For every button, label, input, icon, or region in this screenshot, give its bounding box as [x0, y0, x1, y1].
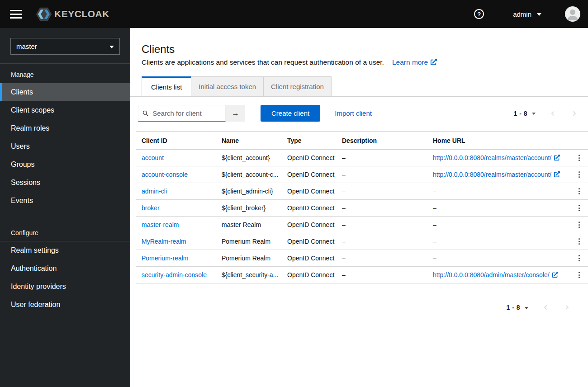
previous-page-button[interactable]: [550, 110, 556, 117]
keycloak-logo-icon: [35, 7, 52, 22]
sidebar-item-realm-roles[interactable]: Realm roles: [0, 119, 130, 137]
kebab-menu-button[interactable]: [575, 152, 583, 164]
tab-bar: Clients list Initial access token Client…: [130, 76, 588, 97]
tab-clients-list[interactable]: Clients list: [142, 76, 191, 96]
client-home-url: –: [427, 217, 570, 233]
table-row: master-realm master Realm OpenID Connect…: [136, 217, 588, 233]
next-page-button[interactable]: [564, 304, 570, 311]
help-button[interactable]: ?: [471, 9, 487, 19]
sidebar-item-authentication[interactable]: Authentication: [0, 260, 130, 278]
sidebar-item-users[interactable]: Users: [0, 137, 130, 156]
client-description: –: [337, 267, 427, 283]
client-id-link[interactable]: security-admin-console: [142, 271, 207, 278]
sidebar-item-realm-settings[interactable]: Realm settings: [0, 241, 130, 260]
chevron-down-icon: [109, 46, 114, 48]
configure-nav-list: Realm settings Authentication Identity p…: [0, 241, 130, 314]
client-id-link[interactable]: Pomerium-realm: [142, 255, 188, 262]
previous-page-button[interactable]: [543, 304, 549, 311]
avatar[interactable]: [565, 6, 580, 22]
search-input[interactable]: [152, 109, 221, 118]
page-description: Clients are applications and services th…: [142, 58, 577, 66]
sidebar-item-user-federation[interactable]: User federation: [0, 296, 130, 314]
search-icon: [142, 110, 148, 117]
client-type: OpenID Connect: [282, 150, 337, 166]
client-id-link[interactable]: account: [142, 154, 164, 161]
kebab-menu-button[interactable]: [575, 219, 583, 231]
client-name: ${client_security-a...: [216, 267, 282, 283]
sidebar-item-sessions[interactable]: Sessions: [0, 174, 130, 192]
kebab-menu-button[interactable]: [575, 269, 583, 281]
realm-selector-dropdown[interactable]: master: [10, 38, 120, 55]
tab-initial-access-token[interactable]: Initial access token: [191, 76, 264, 96]
client-type: OpenID Connect: [282, 267, 337, 283]
brand-text: KEYCLOAK: [54, 9, 109, 19]
client-description: –: [337, 150, 427, 166]
keycloak-logo[interactable]: KEYCLOAK: [35, 7, 109, 22]
menu-toggle-button[interactable]: [10, 7, 22, 21]
import-client-link[interactable]: Import client: [335, 109, 372, 117]
sidebar-item-events[interactable]: Events: [0, 192, 130, 210]
masthead-right: ? admin: [471, 6, 580, 22]
search-group: →: [138, 105, 245, 122]
home-url-link[interactable]: http://0.0.0.0:8080/realms/master/accoun…: [433, 171, 560, 178]
client-id-link[interactable]: MyRealm-realm: [142, 238, 186, 245]
pagination-options-toggle[interactable]: [532, 113, 536, 115]
sidebar-item-groups[interactable]: Groups: [0, 156, 130, 174]
chevron-left-icon: [543, 304, 549, 311]
realm-name: master: [16, 42, 37, 50]
main-content: Clients Clients are applications and ser…: [130, 28, 588, 387]
client-name: Pomerium Realm: [216, 250, 282, 267]
kebab-menu-button[interactable]: [575, 236, 583, 247]
search-submit-button[interactable]: →: [226, 105, 245, 122]
client-description: –: [337, 166, 427, 183]
search-box: [138, 105, 226, 122]
nav-section-manage: Manage: [0, 64, 130, 83]
username-label: admin: [513, 10, 531, 18]
kebab-menu-button[interactable]: [575, 252, 583, 264]
column-client-id: Client ID: [136, 132, 216, 150]
kebab-menu-button[interactable]: [575, 169, 583, 180]
client-home-url: –: [427, 250, 570, 267]
client-type: OpenID Connect: [282, 183, 337, 200]
sidebar-item-identity-providers[interactable]: Identity providers: [0, 278, 130, 296]
chevron-left-icon: [550, 110, 556, 117]
pagination-bottom-wrapper: 1 - 8: [130, 304, 588, 311]
tab-spacer: [130, 76, 142, 96]
pagination-options-toggle[interactable]: [525, 307, 528, 309]
pagination-bottom: 1 - 8: [506, 304, 570, 311]
next-page-button[interactable]: [571, 110, 577, 117]
client-description: –: [337, 183, 427, 200]
client-type: OpenID Connect: [282, 200, 337, 217]
home-url-link[interactable]: http://0.0.0.0:8080/realms/master/accoun…: [433, 154, 560, 161]
create-client-button[interactable]: Create client: [261, 105, 320, 122]
user-menu-dropdown[interactable]: admin: [510, 10, 544, 19]
kebab-menu-button[interactable]: [575, 202, 583, 214]
client-description: –: [337, 250, 427, 267]
home-url-link[interactable]: http://0.0.0.0:8080/admin/master/console…: [433, 271, 558, 278]
column-actions: [570, 132, 588, 150]
client-id-link[interactable]: account-console: [142, 171, 188, 178]
sidebar-item-clients[interactable]: Clients: [0, 83, 130, 101]
chevron-right-icon: [564, 304, 570, 311]
external-link-icon: [431, 59, 437, 65]
client-type: OpenID Connect: [282, 233, 337, 250]
pagination-top: 1 - 8: [513, 110, 581, 117]
table-header-row: Client ID Name Type Description Home URL: [136, 132, 588, 150]
column-type: Type: [282, 132, 337, 150]
column-name: Name: [216, 132, 282, 150]
client-id-link[interactable]: broker: [142, 204, 160, 212]
client-name: ${client_account}: [216, 150, 282, 166]
client-description: –: [337, 200, 427, 217]
page-header: Clients Clients are applications and ser…: [130, 28, 588, 66]
client-name: ${client_account-c...: [216, 166, 282, 183]
table-row: account-console ${client_account-c... Op…: [136, 166, 588, 183]
tab-client-registration[interactable]: Client registration: [264, 76, 332, 96]
kebab-menu-button[interactable]: [575, 185, 583, 197]
client-id-link[interactable]: admin-cli: [142, 188, 167, 195]
column-description: Description: [337, 132, 427, 150]
sidebar-item-client-scopes[interactable]: Client scopes: [0, 101, 130, 119]
learn-more-link[interactable]: Learn more: [392, 58, 437, 66]
client-id-link[interactable]: master-realm: [142, 221, 179, 228]
top-bar: KEYCLOAK ? admin: [0, 0, 588, 28]
client-name: ${client_broker}: [216, 200, 282, 217]
